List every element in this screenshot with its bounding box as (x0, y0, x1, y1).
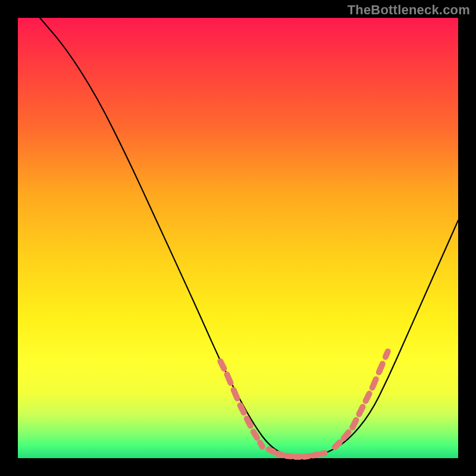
highlight-dot (366, 394, 369, 401)
highlight-dot (304, 456, 309, 457)
highlight-dot (253, 432, 257, 438)
chart-svg (18, 18, 458, 458)
highlight-dot (286, 456, 291, 456)
highlight-dot (247, 418, 250, 425)
watermark-text: TheBottleneck.com (347, 2, 470, 18)
highlight-dot (344, 433, 349, 439)
highlight-dot (269, 449, 274, 452)
highlight-dot (227, 374, 231, 383)
bottleneck-curve (40, 18, 458, 458)
highlight-dot (260, 443, 262, 447)
highlight-dot (352, 420, 356, 427)
highlight-dot (379, 364, 383, 372)
highlight-dots (220, 352, 387, 457)
chart-plot-area (18, 18, 458, 458)
highlight-dot (359, 407, 363, 414)
highlight-dot (234, 390, 237, 398)
highlight-dot (313, 455, 318, 456)
highlight-dot (386, 352, 388, 357)
highlight-dot (322, 453, 325, 454)
highlight-dot (372, 379, 376, 387)
highlight-dot (278, 454, 283, 455)
highlight-dot (220, 361, 224, 368)
highlight-dot (335, 442, 340, 447)
highlight-dot (240, 405, 244, 412)
